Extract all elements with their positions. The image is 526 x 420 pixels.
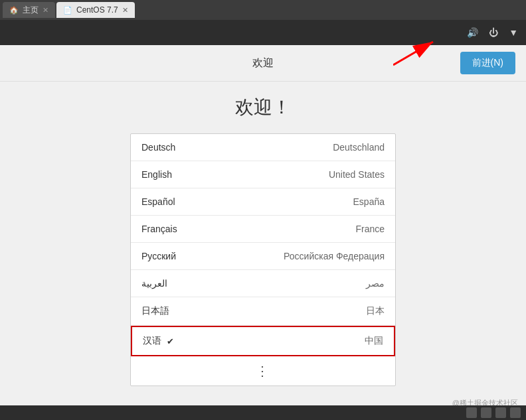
browser-chrome: 🏠 主页 ✕ 📄 CentOS 7.7 ✕ 🔊 ⏻ ▼	[0, 0, 526, 45]
tab-centos[interactable]: 📄 CentOS 7.7 ✕	[56, 2, 135, 18]
lang-region-espanol: España	[353, 196, 385, 207]
next-button[interactable]: 前进(N)	[460, 52, 515, 74]
lang-name-francais: Français	[141, 224, 177, 234]
tab-home-label: 主页	[23, 5, 39, 16]
lang-region-deutsch: Deutschland	[333, 142, 385, 153]
browser-toolbar: 🔊 ⏻ ▼	[0, 20, 526, 45]
status-icon-1	[466, 407, 477, 418]
welcome-title: 欢迎！	[235, 95, 291, 120]
main-content: 欢迎！ Deutsch Deutschland English United S…	[0, 82, 526, 386]
lang-region-russian: Российская Федерация	[284, 251, 385, 261]
home-icon: 🏠	[9, 6, 19, 15]
lang-name-russian: Русский	[141, 251, 176, 261]
tab-home-close[interactable]: ✕	[43, 7, 48, 14]
power-icon[interactable]: ⏻	[486, 25, 501, 40]
tab-home[interactable]: 🏠 主页 ✕	[3, 2, 55, 18]
language-item-francais[interactable]: Français France	[131, 216, 395, 243]
lang-name-espanol: Español	[141, 196, 175, 207]
language-item-espanol[interactable]: Español España	[131, 188, 395, 216]
lang-region-francais: France	[355, 224, 385, 234]
page-header: 欢迎 前进(N)	[0, 45, 526, 82]
lang-name-arabic: العربية	[141, 278, 167, 289]
tab-bar: 🏠 主页 ✕ 📄 CentOS 7.7 ✕	[0, 0, 526, 20]
lang-region-chinese: 中国	[365, 335, 383, 347]
selected-checkmark: ✔	[167, 336, 174, 346]
volume-icon[interactable]: 🔊	[464, 25, 481, 40]
lang-name-english: English	[141, 169, 172, 180]
language-item-english[interactable]: English United States	[131, 161, 395, 188]
more-languages-button[interactable]: ⋮	[131, 356, 395, 385]
more-icon: ⋮	[256, 364, 271, 378]
language-list: Deutsch Deutschland English United State…	[130, 133, 396, 386]
lang-region-arabic: مصر	[366, 278, 385, 289]
dropdown-icon[interactable]: ▼	[506, 25, 521, 40]
centos-tab-icon: 📄	[63, 6, 72, 15]
page-title: 欢迎	[179, 56, 347, 70]
lang-name-chinese: 汉语 ✔	[143, 335, 174, 347]
status-icon-2	[481, 407, 491, 418]
lang-name-japanese: 日本語	[141, 305, 169, 317]
lang-name-deutsch: Deutsch	[141, 142, 175, 153]
status-bar	[0, 405, 526, 420]
tab-centos-close[interactable]: ✕	[122, 7, 128, 14]
language-item-arabic[interactable]: العربية مصر	[131, 270, 395, 297]
status-icon-3	[495, 407, 506, 418]
tab-centos-label: CentOS 7.7	[76, 5, 118, 15]
language-item-deutsch[interactable]: Deutsch Deutschland	[131, 134, 395, 161]
language-item-chinese[interactable]: 汉语 ✔ 中国	[131, 326, 395, 356]
status-icon-4	[510, 407, 521, 418]
language-item-japanese[interactable]: 日本語 日本	[131, 297, 395, 326]
lang-region-english: United States	[329, 169, 385, 180]
language-item-russian[interactable]: Русский Российская Федерация	[131, 243, 395, 270]
lang-region-japanese: 日本	[366, 305, 385, 317]
